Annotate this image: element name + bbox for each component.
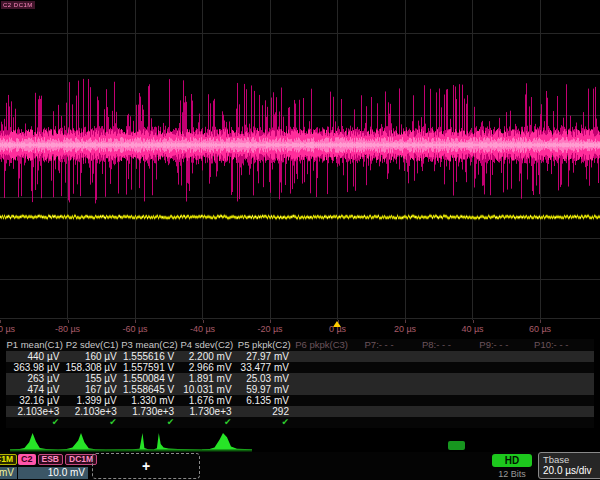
hd-mode-badge[interactable]: HD bbox=[492, 454, 532, 467]
status-check-icon: ✔ bbox=[178, 417, 235, 428]
oscilloscope-screen: C2 DC1M -100 µs-80 µs-60 µs-40 µs-20 µs0… bbox=[0, 0, 600, 480]
measurement-value bbox=[293, 395, 350, 406]
measurement-value bbox=[465, 362, 522, 373]
measurement-value bbox=[408, 406, 465, 417]
measurement-header[interactable]: P7:- - - bbox=[350, 339, 407, 351]
measurement-row-num: 2.103e+32.103e+31.730e+31.730e+3292 bbox=[6, 406, 594, 417]
measurement-row-mean: 363.98 µV158.308 µV1.557591 V2.966 mV33.… bbox=[6, 362, 594, 373]
c2-vdiv-value: 10.0 mV bbox=[18, 467, 88, 479]
measurement-header[interactable]: P10:- - - bbox=[523, 339, 580, 351]
measurement-value: 1.550084 V bbox=[121, 373, 178, 384]
measurement-value: 1.555616 V bbox=[121, 351, 178, 362]
measurement-value bbox=[350, 395, 407, 406]
measurement-header[interactable]: P1 mean(C1) bbox=[6, 339, 63, 351]
measurement-histicons bbox=[0, 431, 600, 452]
measurement-header[interactable]: P5 pkpk(C2) bbox=[236, 339, 293, 351]
measurement-value: 59.97 mV bbox=[236, 384, 293, 395]
timebase-value: 20.0 µs/div bbox=[543, 465, 600, 477]
axis-tick bbox=[203, 320, 204, 323]
measurement-value bbox=[350, 351, 407, 362]
measurement-value bbox=[350, 406, 407, 417]
channel-c2-descriptor[interactable]: C2 ESB DC1M 10.0 mV bbox=[18, 453, 88, 480]
measurement-value: 160 µV bbox=[63, 351, 120, 362]
status-check-icon bbox=[293, 417, 350, 428]
measurement-value bbox=[408, 395, 465, 406]
measurement-row-status: ✔✔✔✔✔ bbox=[6, 417, 594, 428]
measurement-value bbox=[293, 362, 350, 373]
axis-tick bbox=[135, 320, 136, 323]
measurement-value bbox=[523, 384, 580, 395]
histicon[interactable] bbox=[58, 431, 106, 452]
measurement-value bbox=[293, 373, 350, 384]
histicon[interactable] bbox=[10, 431, 58, 452]
measurement-header[interactable]: P3 mean(C2) bbox=[121, 339, 178, 351]
descriptor-bar: C1 DC1M 0 mV C2 ESB DC1M 10.0 mV + HD 12… bbox=[0, 452, 600, 480]
axis-label: 60 µs bbox=[529, 324, 551, 334]
histicon[interactable] bbox=[202, 431, 252, 452]
measurement-value: 440 µV bbox=[6, 351, 63, 362]
measurement-value bbox=[293, 384, 350, 395]
measurement-value bbox=[523, 362, 580, 373]
axis-label: -100 µs bbox=[0, 324, 15, 334]
measurement-value: 27.97 mV bbox=[236, 351, 293, 362]
measurement-header[interactable]: P4 sdev(C2) bbox=[178, 339, 235, 351]
measurement-value: 292 bbox=[236, 406, 293, 417]
status-check-icon: ✔ bbox=[121, 417, 178, 428]
add-trace-button[interactable]: + bbox=[92, 453, 200, 479]
measurement-value: 2.966 mV bbox=[178, 362, 235, 373]
measurement-value bbox=[408, 362, 465, 373]
c1-coupling-badge: DC1M bbox=[0, 454, 17, 465]
waveform-display[interactable] bbox=[0, 0, 600, 320]
measurement-value bbox=[350, 384, 407, 395]
axis-label: -60 µs bbox=[122, 324, 147, 334]
axis-tick bbox=[68, 320, 69, 323]
measurement-row-value: 440 µV160 µV1.555616 V2.200 mV27.97 mV bbox=[6, 351, 594, 362]
measurement-value bbox=[523, 395, 580, 406]
status-check-icon bbox=[408, 417, 465, 428]
axis-tick bbox=[0, 320, 1, 323]
measurement-value bbox=[523, 373, 580, 384]
measurement-value: 474 µV bbox=[6, 384, 63, 395]
measurement-value bbox=[350, 362, 407, 373]
measurement-value bbox=[408, 373, 465, 384]
axis-tick bbox=[405, 320, 406, 323]
histicon[interactable] bbox=[106, 431, 154, 452]
axis-label: -40 µs bbox=[190, 324, 215, 334]
measurement-header[interactable]: P2 sdev(C1) bbox=[63, 339, 120, 351]
measurement-value: 1.676 mV bbox=[178, 395, 235, 406]
status-indicator bbox=[448, 441, 465, 450]
axis-label: -80 µs bbox=[55, 324, 80, 334]
timebase-label: Tbase bbox=[543, 454, 600, 465]
channel-c1-descriptor[interactable]: C1 DC1M 0 mV bbox=[0, 453, 17, 480]
measurement-value bbox=[408, 351, 465, 362]
measurement-value: 1.730e+3 bbox=[178, 406, 235, 417]
measurement-value bbox=[523, 351, 580, 362]
measurement-value: 1.891 mV bbox=[178, 373, 235, 384]
measurement-value: 1.557591 V bbox=[121, 362, 178, 373]
status-check-icon bbox=[523, 417, 580, 428]
measurement-value: 1.730e+3 bbox=[121, 406, 178, 417]
axis-tick bbox=[540, 320, 541, 323]
measurement-header[interactable]: P9:- - - bbox=[465, 339, 522, 351]
measurement-value bbox=[465, 351, 522, 362]
measurement-value bbox=[465, 384, 522, 395]
status-check-icon: ✔ bbox=[63, 417, 120, 428]
measurement-header[interactable]: P6 pkpk(C3) bbox=[293, 339, 350, 351]
status-check-icon bbox=[350, 417, 407, 428]
measurement-value: 363.98 µV bbox=[6, 362, 63, 373]
measurement-value: 32.16 µV bbox=[6, 395, 63, 406]
histicon[interactable] bbox=[154, 431, 202, 452]
measurement-table: P1 mean(C1)P2 sdev(C1)P3 mean(C2)P4 sdev… bbox=[6, 339, 594, 428]
axis-label: 20 µs bbox=[394, 324, 416, 334]
measurement-value bbox=[350, 373, 407, 384]
measurement-value: 155 µV bbox=[63, 373, 120, 384]
measurement-value: 10.031 mV bbox=[178, 384, 235, 395]
time-axis: -100 µs-80 µs-60 µs-40 µs-20 µs0 µs20 µs… bbox=[0, 320, 600, 339]
measurement-value bbox=[465, 406, 522, 417]
measurement-header[interactable]: P8:- - - bbox=[408, 339, 465, 351]
measurement-row-max: 474 µV167 µV1.558645 V10.031 mV59.97 mV bbox=[6, 384, 594, 395]
timebase-descriptor[interactable]: Tbase 20.0 µs/div bbox=[538, 452, 600, 479]
measurement-value: 25.03 mV bbox=[236, 373, 293, 384]
measurement-value: 263 µV bbox=[6, 373, 63, 384]
measurement-value: 167 µV bbox=[63, 384, 120, 395]
